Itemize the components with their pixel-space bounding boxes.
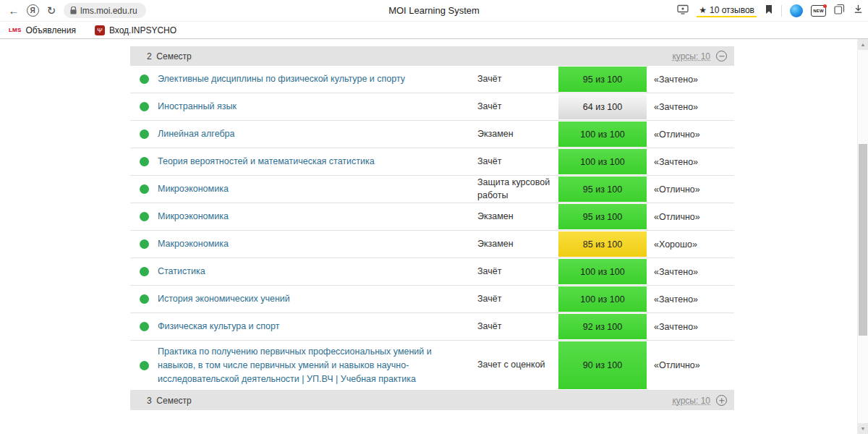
semester-2-header: 2 Семестр курсы: 10 (130, 46, 734, 66)
grade-text: «Отлично» (647, 129, 734, 140)
course-rows: Элективные дисциплины по физической куль… (130, 66, 734, 391)
course-link[interactable]: Иностранный язык (158, 101, 237, 111)
completed-status-icon (140, 212, 149, 221)
status-cell (130, 75, 158, 84)
address-bar[interactable]: lms.moi.edu.ru (64, 3, 146, 18)
course-link[interactable]: Макроэкономика (158, 239, 229, 249)
courses-count-link[interactable]: курсы: 10 (672, 51, 710, 61)
vertical-scrollbar[interactable]: ▲ ▼ (857, 39, 868, 434)
yandex-button[interactable]: Я (23, 2, 42, 20)
table-row: Иностранный язык Зачёт 64 из 100 «Зачтен… (130, 93, 734, 121)
score-badge: 100 из 100 (558, 122, 647, 147)
course-link[interactable]: История экономических учений (158, 294, 290, 304)
collapse-semester-icon[interactable] (716, 51, 727, 61)
completed-status-icon (140, 75, 149, 84)
screen-share-icon[interactable] (677, 4, 689, 17)
course-link[interactable]: Микроэкономика (158, 184, 229, 194)
score-cell: 95 из 100 (558, 203, 647, 230)
score-badge: 100 из 100 (558, 149, 647, 174)
table-row: Практика по получению первичных професси… (130, 341, 734, 391)
score-cell: 85 из 100 (558, 231, 647, 258)
courses-count-link[interactable]: курсы: 10 (672, 396, 710, 406)
table-row: Физическая культура и спорт Зачёт 92 из … (130, 313, 734, 341)
scroll-up-arrow[interactable]: ▲ (858, 39, 868, 50)
assessment-type: Зачёт (477, 320, 558, 333)
bookmark-inpsycho-login[interactable]: Ψ Вход.INPSYCHO (95, 25, 176, 35)
downloads-icon[interactable] (853, 4, 864, 17)
grade-text: «Зачтено» (647, 267, 734, 277)
score-cell: 95 из 100 (558, 66, 647, 93)
status-cell (130, 239, 158, 249)
score-badge: 95 из 100 (558, 176, 647, 202)
score-cell: 95 из 100 (558, 176, 647, 203)
notification-dot (823, 4, 827, 8)
new-extension-icon[interactable]: NEW (811, 5, 826, 17)
table-row: Теория вероятностей и математическая ста… (130, 148, 734, 176)
refresh-button[interactable]: ↻ (42, 2, 61, 20)
back-button[interactable]: ← (4, 2, 23, 20)
score-badge: 95 из 100 (558, 67, 647, 92)
back-icon: ← (9, 4, 20, 17)
score-badge: 100 из 100 (558, 259, 647, 284)
bookmark-announcements[interactable]: LMS Объявления (9, 25, 76, 35)
assessment-type: Экзамен (477, 238, 558, 251)
semester-title: 3 Семестр (147, 396, 192, 406)
assessment-type: Зачёт (477, 101, 558, 114)
course-link[interactable]: Микроэкономика (158, 211, 229, 221)
status-cell (130, 212, 158, 221)
assessment-type: Зачёт (477, 73, 558, 86)
assessment-type: Зачет с оценкой (477, 359, 558, 372)
reviews-count: 10 отзывов (710, 5, 754, 15)
course-link[interactable]: Практика по получению первичных професси… (158, 346, 432, 384)
course-link[interactable]: Элективные дисциплины по физической куль… (158, 74, 405, 84)
refresh-icon: ↻ (47, 4, 56, 17)
toolbar-divider (781, 5, 782, 17)
course-name-cell: Элективные дисциплины по физической куль… (158, 68, 477, 90)
status-cell (130, 322, 158, 331)
table-row: История экономических учений Зачёт 100 и… (130, 286, 734, 313)
browser-extension-icon[interactable] (790, 4, 803, 17)
new-badge-label: NEW (813, 9, 824, 13)
page-content: 2 Семестр курсы: 10 Элективные дисциплин… (0, 39, 868, 434)
course-name-cell: Макроэкономика (158, 233, 477, 255)
semester-3-header: 3 Семестр курсы: 10 (130, 391, 734, 410)
assessment-type: Защита курсовой работы (477, 176, 558, 202)
scrollbar-thumb[interactable] (859, 144, 867, 336)
table-row: Линейная алгебра Экзамен 100 из 100 «Отл… (130, 121, 734, 148)
course-name-cell: Линейная алгебра (158, 123, 477, 145)
status-cell (130, 267, 158, 276)
scroll-down-arrow[interactable]: ▼ (858, 423, 868, 434)
collections-icon[interactable] (834, 4, 845, 17)
status-cell (130, 157, 158, 166)
course-link[interactable]: Линейная алгебра (158, 129, 235, 139)
assessment-type: Экзамен (477, 210, 558, 224)
bookmark-label: Вход.INPSYCHO (109, 25, 176, 35)
completed-status-icon (140, 322, 149, 331)
grade-text: «Зачтено» (647, 75, 734, 85)
course-link[interactable]: Физическая культура и спорт (158, 321, 279, 331)
score-badge: 64 из 100 (558, 94, 647, 119)
bookmarks-bar: LMS Объявления Ψ Вход.INPSYCHO (0, 22, 868, 39)
yandex-icon: Я (27, 4, 39, 17)
score-badge: 100 из 100 (558, 286, 647, 312)
completed-status-icon (140, 184, 149, 194)
grade-text: «Хорошо» (647, 239, 734, 250)
course-link[interactable]: Статистика (158, 266, 205, 276)
bookmark-flag-icon[interactable] (765, 4, 773, 17)
table-row: Элективные дисциплины по физической куль… (130, 66, 734, 93)
course-name-cell: Практика по получению первичных професси… (158, 341, 477, 390)
reviews-widget[interactable]: ★ 10 отзывов (697, 4, 757, 17)
score-badge: 90 из 100 (558, 341, 647, 389)
completed-status-icon (140, 129, 149, 139)
course-link[interactable]: Теория вероятностей и математическая ста… (158, 156, 375, 166)
table-row: Микроэкономика Защита курсовой работы 95… (130, 176, 734, 203)
completed-status-icon (140, 102, 149, 111)
grade-text: «Отлично» (647, 212, 734, 222)
grade-text: «Зачтено» (647, 157, 734, 167)
completed-status-icon (140, 294, 149, 304)
completed-status-icon (140, 267, 149, 276)
expand-semester-icon[interactable] (716, 395, 727, 406)
course-name-cell: Микроэкономика (158, 205, 477, 228)
assessment-type: Зачёт (477, 265, 558, 278)
semester-title: 2 Семестр (147, 51, 192, 61)
